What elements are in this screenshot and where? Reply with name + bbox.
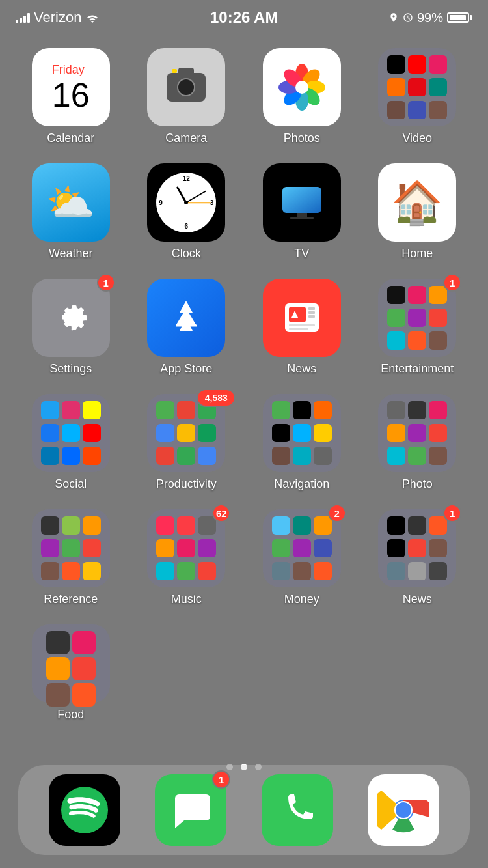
chrome-icon — [368, 774, 439, 846]
svg-rect-11 — [290, 217, 314, 219]
navigation-folder[interactable]: Navigation — [249, 394, 355, 491]
video-folder[interactable]: Video — [365, 48, 470, 145]
status-bar: Verizon 10:26 AM 99% — [0, 0, 488, 33]
home-app[interactable]: 🏠 Home — [365, 163, 470, 260]
navigation-label: Navigation — [274, 477, 329, 491]
carrier-label: Verizon — [34, 9, 81, 26]
appstore-icon — [147, 279, 225, 357]
settings-app[interactable]: 1 Settings — [18, 279, 124, 376]
reference-folder[interactable]: Reference — [18, 509, 124, 606]
news-app[interactable]: News — [249, 279, 355, 376]
tv-label: TV — [294, 247, 309, 260]
news2-badge: 1 — [443, 504, 461, 522]
calendar-day: Friday — [52, 63, 90, 77]
camera-label: Camera — [165, 132, 207, 145]
alarm-icon — [403, 12, 413, 23]
svg-point-19 — [61, 787, 108, 833]
signal-bars — [16, 12, 30, 23]
spotify-icon — [49, 774, 120, 846]
settings-label: Settings — [49, 362, 92, 376]
tv-icon — [263, 163, 341, 242]
news2-folder[interactable]: 1 News — [365, 509, 470, 606]
reference-folder-icon — [32, 509, 110, 587]
entertainment-label: Entertainment — [381, 362, 454, 376]
settings-icon: 1 — [32, 279, 110, 357]
photo-folder[interactable]: Photo — [365, 394, 470, 491]
weather-app[interactable]: ⛅ Weather — [18, 163, 124, 260]
home-label: Home — [401, 247, 433, 260]
photos-icon — [263, 48, 341, 126]
money-folder[interactable]: 2 Money — [249, 509, 355, 606]
svg-rect-14 — [308, 307, 315, 310]
svg-rect-17 — [289, 324, 315, 326]
svg-point-23 — [396, 802, 411, 818]
empty-slot-1 — [134, 624, 239, 721]
messages-dock[interactable]: 1 — [155, 774, 226, 846]
wifi-icon — [85, 12, 100, 23]
photo-folder-icon — [378, 394, 456, 472]
svg-point-8 — [295, 81, 308, 94]
social-folder[interactable]: Social — [18, 394, 124, 491]
entertainment-folder-icon: 1 — [378, 279, 456, 357]
messages-badge: 1 — [212, 770, 230, 789]
phone-icon — [262, 774, 333, 846]
camera-app[interactable]: Camera — [134, 48, 239, 145]
phone-dock[interactable] — [262, 774, 333, 846]
appstore-label: App Store — [160, 362, 212, 376]
weather-icon: ⛅ — [32, 163, 110, 242]
status-right: 99% — [388, 10, 472, 25]
battery-percent: 99% — [417, 10, 443, 25]
clock: 10:26 AM — [210, 8, 278, 27]
photos-app[interactable]: Photos — [249, 48, 355, 145]
svg-rect-10 — [297, 213, 307, 217]
money-folder-icon: 2 — [263, 509, 341, 587]
money-label: Money — [284, 593, 319, 606]
music-folder-icon: 62 — [147, 509, 225, 587]
food-folder[interactable]: Food — [18, 624, 124, 721]
app-grid: Friday 16 Calendar Camera — [0, 38, 488, 732]
tv-app[interactable]: TV — [249, 163, 355, 260]
svg-rect-15 — [308, 311, 315, 314]
news2-folder-icon: 1 — [378, 509, 456, 587]
calendar-icon: Friday 16 — [32, 48, 110, 126]
social-label: Social — [55, 477, 87, 491]
music-folder[interactable]: 62 Music — [134, 509, 239, 606]
photos-label: Photos — [284, 132, 320, 145]
appstore-app[interactable]: App Store — [134, 279, 239, 376]
food-folder-icon — [32, 624, 110, 703]
food-label: Food — [57, 708, 84, 721]
calendar-date: 16 — [52, 78, 90, 112]
battery-icon — [447, 12, 472, 23]
clock-app[interactable]: 12 3 6 9 Clock — [134, 163, 239, 260]
music-badge: 62 — [212, 504, 230, 522]
status-left: Verizon — [16, 9, 100, 26]
dock: 1 — [18, 765, 470, 855]
entertainment-folder[interactable]: 1 Entertainment — [365, 279, 470, 376]
messages-icon: 1 — [155, 774, 226, 846]
video-folder-icon — [378, 48, 456, 126]
spotify-dock[interactable] — [49, 774, 120, 846]
svg-rect-16 — [308, 315, 315, 318]
svg-rect-18 — [289, 328, 308, 330]
camera-icon — [147, 48, 225, 126]
entertainment-badge: 1 — [443, 273, 461, 292]
clock-label: Clock — [172, 247, 201, 260]
productivity-folder[interactable]: 4,583 Productivity — [134, 394, 239, 491]
news-icon — [263, 279, 341, 357]
social-folder-icon — [32, 394, 110, 472]
empty-slot-3 — [365, 624, 470, 721]
money-badge: 2 — [328, 504, 346, 522]
empty-slot-2 — [249, 624, 355, 721]
settings-badge: 1 — [97, 273, 115, 292]
calendar-label: Calendar — [47, 132, 94, 145]
productivity-label: Productivity — [156, 477, 217, 491]
chrome-dock[interactable] — [368, 774, 439, 846]
svg-rect-9 — [282, 187, 321, 213]
productivity-badge: 4,583 — [197, 389, 236, 407]
reference-label: Reference — [44, 593, 98, 606]
productivity-folder-icon: 4,583 — [147, 394, 225, 472]
calendar-app[interactable]: Friday 16 Calendar — [18, 48, 124, 145]
weather-label: Weather — [49, 247, 93, 260]
news-label: News — [287, 362, 316, 376]
video-label: Video — [402, 132, 432, 145]
